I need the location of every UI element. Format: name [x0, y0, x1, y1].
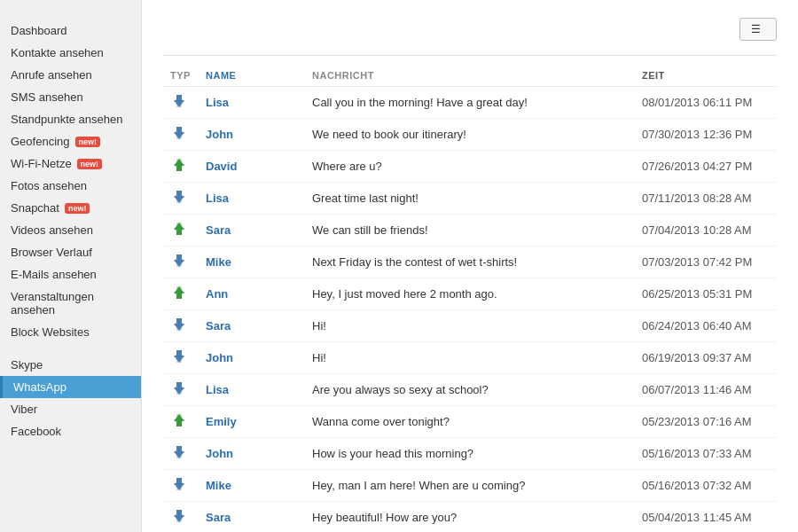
cell-message-7: Hi!	[305, 310, 635, 342]
col-header-zeit: ZEIT	[635, 65, 777, 87]
messages-table: TYP NAME NACHRICHT ZEIT LisaCall you in …	[163, 65, 777, 532]
cell-name-3: Lisa	[199, 183, 305, 215]
sidebar-label-anrufe: Anrufe ansehen	[11, 68, 92, 82]
badge-geofencing: new!	[75, 137, 101, 147]
sidebar-label-viber: Viber	[11, 403, 37, 416]
sidebar-item-viber[interactable]: Viber	[0, 398, 141, 420]
sidebar-item-standpunkte[interactable]: Standpunkte ansehen	[0, 108, 141, 130]
cell-type-6	[163, 278, 199, 310]
cell-message-0: Call you in the morning! Have a great da…	[305, 87, 635, 119]
sidebar-item-videos[interactable]: Videos ansehen	[0, 219, 141, 241]
cell-name-12: Mike	[199, 470, 305, 502]
svg-marker-9	[174, 223, 184, 235]
sidebar-label-whatsapp: WhatsApp	[13, 380, 66, 394]
sidebar-label-fotos: Fotos ansehen	[11, 179, 87, 192]
sidebar-label-block: Block Websites	[11, 325, 90, 339]
table-row: LisaGreat time last night!07/11/2013 08:…	[163, 183, 777, 215]
table-row: LisaAre you always so sexy at school?06/…	[163, 374, 777, 406]
sidebar-label-geofencing: Geofencing	[11, 135, 70, 148]
svg-marker-21	[174, 414, 184, 426]
table-row: SaraHi!06/24/2013 06:40 AM	[163, 310, 777, 342]
sidebar-item-browser[interactable]: Browser Verlauf	[0, 241, 141, 263]
sidebar-label-skype: Skype	[11, 358, 43, 372]
cell-message-13: Hey beautiful! How are you?	[305, 502, 635, 533]
cell-type-7	[163, 310, 199, 342]
cell-time-9: 06/07/2013 11:46 AM	[635, 374, 777, 406]
arrow-in-icon	[170, 290, 188, 303]
cell-type-11	[163, 438, 199, 470]
col-header-nachricht: NACHRICHT	[305, 65, 635, 87]
cell-time-3: 07/11/2013 08:28 AM	[635, 183, 777, 215]
sidebar-item-emails[interactable]: E-Mails ansehen	[0, 263, 141, 286]
table-row: JohnHi!06/19/2013 09:37 AM	[163, 342, 777, 374]
svg-marker-27	[174, 510, 184, 522]
table-row: LisaCall you in the morning! Have a grea…	[163, 87, 777, 119]
cell-type-0	[163, 87, 199, 119]
sidebar-item-dashboard[interactable]: Dashboard	[0, 20, 141, 42]
all-records-button[interactable]: ☰	[739, 18, 777, 41]
divider	[163, 55, 777, 56]
sidebar-item-snapchat[interactable]: Snapchatnew!	[0, 197, 141, 219]
sidebar: DashboardKontakte ansehenAnrufe ansehenS…	[0, 0, 142, 532]
cell-time-7: 06/24/2013 06:40 AM	[635, 310, 777, 342]
sidebar-label-snapchat: Snapchat	[11, 201, 59, 215]
sidebar-label-facebook: Facebook	[11, 425, 61, 438]
page-header: ☰	[163, 18, 777, 41]
cell-message-1: We need to book our itinerary!	[305, 119, 635, 151]
cell-type-13	[163, 502, 199, 533]
col-header-name: NAME	[199, 65, 305, 87]
sidebar-item-block[interactable]: Block Websites	[0, 321, 141, 343]
table-row: JohnHow is your head this morning?05/16/…	[163, 438, 777, 470]
cell-name-10: Emily	[199, 406, 305, 438]
sidebar-item-geofencing[interactable]: Geofencingnew!	[0, 130, 141, 153]
badge-snapchat: new!	[65, 203, 90, 214]
cell-time-2: 07/26/2013 04:27 PM	[635, 151, 777, 183]
sidebar-item-anrufe[interactable]: Anrufe ansehen	[0, 64, 141, 86]
sidebar-item-kontakte[interactable]: Kontakte ansehen	[0, 42, 141, 64]
sidebar-item-sms[interactable]: SMS ansehen	[0, 86, 141, 108]
svg-marker-3	[174, 127, 184, 139]
cell-time-10: 05/23/2013 07:16 AM	[635, 406, 777, 438]
arrow-out-icon	[170, 98, 188, 112]
svg-marker-1	[174, 95, 184, 107]
table-row: JohnWe need to book our itinerary!07/30/…	[163, 119, 777, 151]
svg-marker-17	[174, 350, 184, 363]
svg-marker-7	[174, 191, 184, 203]
cell-name-9: Lisa	[199, 374, 305, 406]
arrow-out-icon	[170, 386, 188, 399]
cell-name-2: David	[199, 151, 305, 183]
sidebar-item-whatsapp[interactable]: WhatsApp	[0, 376, 141, 398]
arrow-out-icon	[170, 258, 188, 271]
sidebar-item-veranstaltungen[interactable]: Veranstaltungen ansehen	[0, 286, 141, 321]
cell-message-9: Are you always so sexy at school?	[305, 374, 635, 406]
badge-wifi: new!	[77, 159, 103, 169]
sidebar-label-veranstaltungen: Veranstaltungen ansehen	[11, 290, 130, 317]
cell-time-8: 06/19/2013 09:37 AM	[635, 342, 777, 374]
svg-marker-23	[174, 446, 184, 458]
cell-message-6: Hey, I just moved here 2 month ago.	[305, 278, 635, 310]
table-row: MikeHey, man I am here! When are u comin…	[163, 470, 777, 502]
arrow-out-icon	[170, 513, 188, 527]
sidebar-item-skype[interactable]: Skype	[0, 354, 141, 376]
cell-type-10	[163, 406, 199, 438]
cell-time-12: 05/16/2013 07:32 AM	[635, 470, 777, 502]
cell-name-6: Ann	[199, 278, 305, 310]
sidebar-label-standpunkte: Standpunkte ansehen	[11, 113, 123, 126]
cell-type-8	[163, 342, 199, 374]
cell-type-5	[163, 246, 199, 278]
table-row: DavidWhere are u?07/26/2013 04:27 PM	[163, 151, 777, 183]
svg-marker-15	[174, 318, 184, 331]
cell-type-1	[163, 119, 199, 151]
cell-time-13: 05/04/2013 11:45 AM	[635, 502, 777, 533]
cell-message-8: Hi!	[305, 342, 635, 374]
sidebar-item-fotos[interactable]: Fotos ansehen	[0, 175, 141, 197]
table-body: LisaCall you in the morning! Have a grea…	[163, 87, 777, 533]
table-row: MikeNext Friday is the contest of wet t-…	[163, 246, 777, 278]
cell-time-4: 07/04/2013 10:28 AM	[635, 215, 777, 246]
cell-time-11: 05/16/2013 07:33 AM	[635, 438, 777, 470]
sidebar-item-facebook[interactable]: Facebook	[0, 420, 141, 442]
cell-message-5: Next Friday is the contest of wet t-shir…	[305, 246, 635, 278]
sidebar-label-sms: SMS ansehen	[11, 90, 83, 104]
arrow-out-icon	[170, 130, 188, 144]
sidebar-item-wifi[interactable]: Wi-Fi-Netzenew!	[0, 153, 141, 175]
